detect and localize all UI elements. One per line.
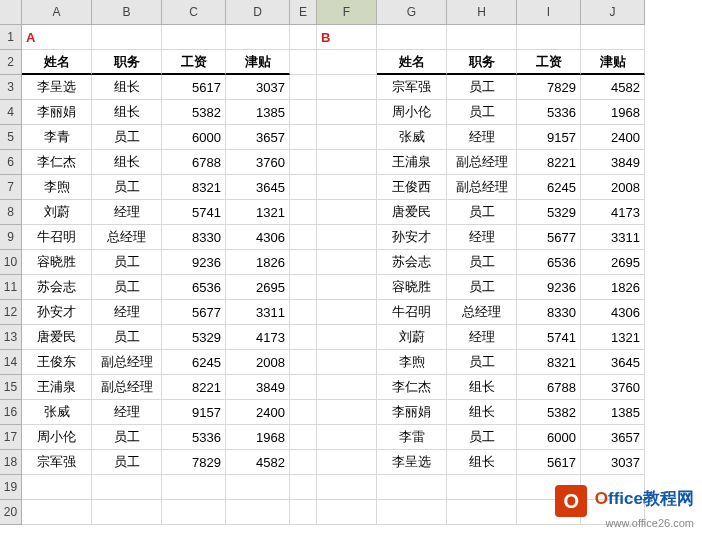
right-name[interactable]: 张威 <box>377 125 447 150</box>
left-salary[interactable]: 6245 <box>162 350 226 375</box>
right-salary[interactable]: 5336 <box>517 100 581 125</box>
right-salary[interactable]: 5677 <box>517 225 581 250</box>
right-role[interactable]: 组长 <box>447 450 517 475</box>
left-salary[interactable]: 6788 <box>162 150 226 175</box>
right-role[interactable]: 员工 <box>447 350 517 375</box>
row-header-6[interactable]: 6 <box>0 150 22 175</box>
left-salary[interactable]: 5677 <box>162 300 226 325</box>
right-salary[interactable]: 6000 <box>517 425 581 450</box>
right-allowance[interactable]: 3311 <box>581 225 645 250</box>
cell[interactable] <box>317 125 377 150</box>
cell[interactable] <box>92 25 162 50</box>
left-name[interactable]: 牛召明 <box>22 225 92 250</box>
cell[interactable] <box>317 50 377 75</box>
cell[interactable] <box>290 250 317 275</box>
right-allowance[interactable]: 2008 <box>581 175 645 200</box>
left-role[interactable]: 员工 <box>92 125 162 150</box>
left-salary[interactable]: 5336 <box>162 425 226 450</box>
right-name[interactable]: 容晓胜 <box>377 275 447 300</box>
cell[interactable] <box>92 500 162 525</box>
row-header-19[interactable]: 19 <box>0 475 22 500</box>
left-allowance[interactable]: 4306 <box>226 225 290 250</box>
left-name[interactable]: 容晓胜 <box>22 250 92 275</box>
column-header-C[interactable]: C <box>162 0 226 25</box>
right-allowance[interactable]: 4582 <box>581 75 645 100</box>
column-header-D[interactable]: D <box>226 0 290 25</box>
left-name[interactable]: 周小伦 <box>22 425 92 450</box>
left-name[interactable]: 张威 <box>22 400 92 425</box>
left-allowance[interactable]: 3760 <box>226 150 290 175</box>
right-role[interactable]: 经理 <box>447 225 517 250</box>
right-role[interactable]: 总经理 <box>447 300 517 325</box>
cell[interactable] <box>290 100 317 125</box>
cell[interactable] <box>290 200 317 225</box>
left-role[interactable]: 副总经理 <box>92 375 162 400</box>
left-allowance[interactable]: 4173 <box>226 325 290 350</box>
row-header-5[interactable]: 5 <box>0 125 22 150</box>
cell[interactable] <box>290 75 317 100</box>
right-role[interactable]: 组长 <box>447 400 517 425</box>
cell[interactable] <box>290 150 317 175</box>
left-name[interactable]: 李仁杰 <box>22 150 92 175</box>
row-header-7[interactable]: 7 <box>0 175 22 200</box>
right-role[interactable]: 员工 <box>447 100 517 125</box>
row-header-8[interactable]: 8 <box>0 200 22 225</box>
column-header-F[interactable]: F <box>317 0 377 25</box>
cell[interactable] <box>317 475 377 500</box>
right-name[interactable]: 宗军强 <box>377 75 447 100</box>
row-header-12[interactable]: 12 <box>0 300 22 325</box>
left-allowance[interactable]: 1321 <box>226 200 290 225</box>
row-header-9[interactable]: 9 <box>0 225 22 250</box>
cell[interactable] <box>290 25 317 50</box>
cell[interactable] <box>317 275 377 300</box>
cell[interactable] <box>317 400 377 425</box>
cell[interactable] <box>377 25 447 50</box>
right-name[interactable]: 周小伦 <box>377 100 447 125</box>
cell[interactable] <box>290 50 317 75</box>
left-allowance[interactable]: 3037 <box>226 75 290 100</box>
cell[interactable] <box>447 500 517 525</box>
left-name[interactable]: 王浦泉 <box>22 375 92 400</box>
right-name[interactable]: 李煦 <box>377 350 447 375</box>
left-name[interactable]: 宗军强 <box>22 450 92 475</box>
right-name[interactable]: 王俊西 <box>377 175 447 200</box>
left-salary[interactable]: 6536 <box>162 275 226 300</box>
cell[interactable] <box>226 475 290 500</box>
right-allowance[interactable]: 1321 <box>581 325 645 350</box>
cell[interactable] <box>290 475 317 500</box>
right-allowance[interactable]: 3657 <box>581 425 645 450</box>
cell[interactable] <box>290 275 317 300</box>
right-salary[interactable]: 5382 <box>517 400 581 425</box>
cell[interactable] <box>290 450 317 475</box>
cell[interactable] <box>162 500 226 525</box>
right-allowance[interactable]: 1826 <box>581 275 645 300</box>
left-role[interactable]: 员工 <box>92 425 162 450</box>
left-salary[interactable]: 7829 <box>162 450 226 475</box>
left-name[interactable]: 刘蔚 <box>22 200 92 225</box>
right-role[interactable]: 员工 <box>447 75 517 100</box>
cell[interactable] <box>581 25 645 50</box>
left-role[interactable]: 员工 <box>92 450 162 475</box>
left-name[interactable]: 李丽娟 <box>22 100 92 125</box>
cell[interactable] <box>317 425 377 450</box>
left-allowance[interactable]: 3645 <box>226 175 290 200</box>
cell[interactable] <box>317 175 377 200</box>
left-allowance[interactable]: 1968 <box>226 425 290 450</box>
cell[interactable] <box>290 400 317 425</box>
cell[interactable] <box>317 375 377 400</box>
spreadsheet-grid[interactable]: ABCDEFGHIJ1AB2姓名职务工资津贴姓名职务工资津贴3李呈选组长5617… <box>0 0 702 525</box>
left-role[interactable]: 经理 <box>92 200 162 225</box>
right-salary[interactable]: 5329 <box>517 200 581 225</box>
cell[interactable] <box>22 475 92 500</box>
cell[interactable] <box>290 425 317 450</box>
left-allowance[interactable]: 3657 <box>226 125 290 150</box>
right-salary[interactable]: 5617 <box>517 450 581 475</box>
left-salary[interactable]: 5382 <box>162 100 226 125</box>
right-salary[interactable]: 5741 <box>517 325 581 350</box>
cell[interactable] <box>226 500 290 525</box>
right-allowance[interactable]: 3645 <box>581 350 645 375</box>
left-salary[interactable]: 5329 <box>162 325 226 350</box>
column-header-H[interactable]: H <box>447 0 517 25</box>
left-salary[interactable]: 6000 <box>162 125 226 150</box>
right-name[interactable]: 王浦泉 <box>377 150 447 175</box>
